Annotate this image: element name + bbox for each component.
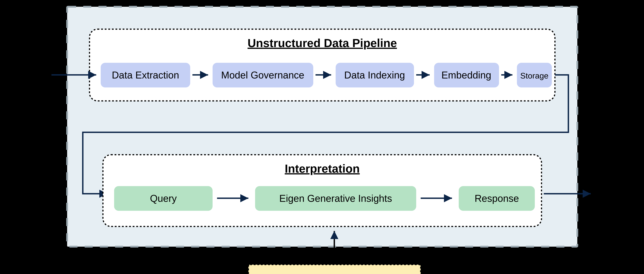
svg-text:Query: Query — [150, 193, 177, 204]
pipeline-step-data-extraction: Data Extraction — [101, 63, 190, 87]
interpretation-step-response: Response — [459, 186, 535, 211]
svg-text:Response: Response — [474, 193, 519, 204]
svg-text:Eigen Generative Insights: Eigen Generative Insights — [279, 193, 392, 204]
pipeline-title: Unstructured Data Pipeline — [248, 37, 397, 50]
pipeline-step-storage: Storage — [517, 63, 552, 87]
pipeline-step-model-governance: Model Governance — [212, 63, 313, 87]
svg-text:Model Governance: Model Governance — [221, 70, 304, 81]
diagram-canvas: Unstructured Data Pipeline Data Extracti… — [0, 0, 644, 274]
llm-title: LLM — [322, 272, 346, 274]
interpretation-title: Interpretation — [285, 162, 360, 175]
svg-text:Data Indexing: Data Indexing — [344, 70, 405, 81]
svg-text:Embedding: Embedding — [442, 70, 491, 81]
svg-text:Storage: Storage — [520, 71, 548, 80]
pipeline-step-data-indexing: Data Indexing — [336, 63, 414, 87]
interpretation-step-eigen-insights: Eigen Generative Insights — [255, 186, 416, 211]
svg-text:Data Extraction: Data Extraction — [112, 70, 179, 81]
interpretation-step-query: Query — [114, 186, 212, 211]
pipeline-step-embedding: Embedding — [434, 63, 499, 87]
